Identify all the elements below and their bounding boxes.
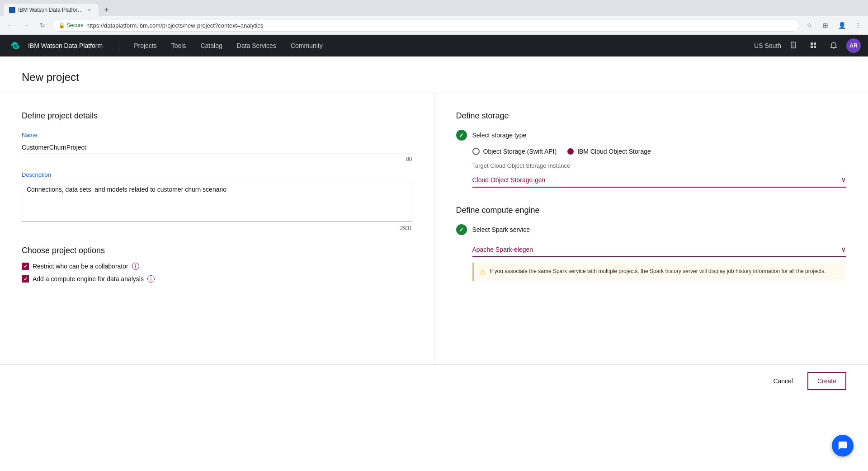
svg-rect-7 [814, 46, 816, 48]
browser-chrome: IBM Watson Data Platfor… × + ← → ↻ 🔒 Sec… [0, 0, 868, 35]
create-button[interactable]: Create [807, 372, 846, 390]
page-header: New project [0, 57, 868, 93]
spark-dropdown[interactable]: Apache Spark-elegen ∨ [472, 242, 847, 257]
svg-rect-5 [814, 42, 816, 45]
description-input[interactable]: Connections, data sets, and models relat… [22, 181, 412, 221]
spark-dropdown-value: Apache Spark-elegen [472, 246, 533, 253]
region-text: US South [754, 42, 781, 49]
project-options: Choose project options Restrict who can … [22, 246, 412, 283]
name-char-count: 80 [22, 156, 412, 162]
option1-row: Restrict who can be a collaborator i [22, 263, 412, 270]
spark-chevron: ∨ [841, 245, 846, 254]
nav-tools[interactable]: Tools [164, 35, 193, 57]
url-text: https://dataplatform.ibm.com/projects/ne… [86, 22, 263, 29]
options-title: Choose project options [22, 246, 412, 255]
navbar-right: US South AR [754, 38, 861, 53]
app-navbar: IBM Watson Data Platform Projects Tools … [0, 35, 868, 57]
lock-icon: 🔒 [58, 22, 65, 28]
restrict-collaborator-checkbox[interactable] [22, 263, 29, 270]
name-label: Name [22, 132, 412, 138]
storage-radio-row: Object Storage (Swift API) IBM Cloud Obj… [472, 148, 847, 155]
navbar-divider [119, 39, 119, 52]
ibm-logo-icon [7, 39, 24, 52]
warning-text: If you associate the same Spark service … [490, 267, 826, 276]
bookmark-button[interactable]: ☆ [803, 19, 816, 32]
back-button[interactable]: ← [4, 19, 16, 32]
target-instance-label: Target Cloud Object Storage Instance [472, 162, 847, 169]
warning-icon: ⚠ [479, 268, 486, 276]
docs-button[interactable] [787, 38, 801, 53]
option1-info-icon[interactable]: i [132, 263, 139, 270]
navbar-logo[interactable]: IBM Watson Data Platform [7, 39, 103, 52]
option2-label: Add a compute engine for data analysis [33, 275, 144, 283]
storage-instance-dropdown[interactable]: Cloud Object Storage-gen ∨ [472, 173, 847, 188]
swift-radio-option[interactable]: Object Storage (Swift API) [472, 148, 557, 155]
storage-section: Define storage Select storage type Objec… [456, 111, 847, 188]
secure-badge: 🔒 Secure [58, 22, 84, 28]
form-layout: Define project details Name 80 Descripti… [0, 93, 868, 364]
select-storage-label: Select storage type [472, 132, 527, 139]
spark-check [456, 224, 467, 235]
extensions-button[interactable]: ⊞ [819, 19, 832, 32]
select-spark-label: Select Spark service [472, 226, 530, 233]
tab-bar: IBM Watson Data Platfor… × + [0, 0, 868, 16]
nav-community[interactable]: Community [283, 35, 330, 57]
user-avatar[interactable]: AR [846, 38, 861, 53]
chat-fab-button[interactable] [832, 435, 854, 457]
compute-title: Define compute engine [456, 206, 847, 215]
address-bar: ← → ↻ 🔒 Secure https://dataplatform.ibm.… [0, 16, 868, 34]
tab-title: IBM Watson Data Platfor… [18, 7, 83, 13]
storage-title: Define storage [456, 111, 847, 121]
option1-label: Restrict who can be a collaborator [33, 263, 128, 270]
select-storage-type-row: Select storage type [456, 130, 847, 141]
nav-projects[interactable]: Projects [127, 35, 164, 57]
cos-radio-option[interactable]: IBM Cloud Object Storage [567, 148, 651, 155]
grid-icon [810, 42, 818, 50]
swift-radio[interactable] [472, 148, 480, 155]
url-bar[interactable]: 🔒 Secure https://dataplatform.ibm.com/pr… [52, 19, 799, 32]
chat-icon [838, 441, 848, 451]
nav-catalog[interactable]: Catalog [193, 35, 229, 57]
option2-info-icon[interactable]: i [147, 275, 155, 283]
define-details-title: Define project details [22, 111, 412, 121]
grid-button[interactable] [807, 38, 821, 53]
select-spark-row: Select Spark service [456, 224, 847, 235]
forward-button[interactable]: → [20, 19, 33, 32]
tab-favicon [9, 7, 15, 13]
tab-close-button[interactable]: × [86, 6, 93, 14]
notifications-button[interactable] [826, 38, 841, 53]
storage-instance-value: Cloud Object Storage-gen [472, 176, 546, 184]
menu-button[interactable]: ⋮ [852, 19, 864, 32]
add-compute-checkbox[interactable] [22, 275, 29, 283]
docs-icon [790, 42, 798, 50]
refresh-button[interactable]: ↻ [36, 19, 49, 32]
secure-label: Secure [66, 22, 84, 28]
nav-data-services[interactable]: Data Services [230, 35, 283, 57]
storage-type-check [456, 130, 467, 141]
svg-rect-6 [811, 46, 813, 48]
cos-label: IBM Cloud Object Storage [577, 148, 651, 155]
form-left: Define project details Name 80 Descripti… [0, 93, 434, 364]
cos-selected-dot [567, 148, 574, 155]
svg-rect-4 [811, 42, 813, 45]
page-footer: Cancel Create [0, 364, 868, 397]
option2-row: Add a compute engine for data analysis i [22, 275, 412, 283]
cos-dot-label [567, 148, 574, 155]
navbar-brand: IBM Watson Data Platform [28, 42, 103, 49]
name-field-group: Name 80 [22, 132, 412, 162]
description-field-group: Description Connections, data sets, and … [22, 171, 412, 231]
description-label: Description [22, 171, 412, 178]
spark-warning-box: ⚠ If you associate the same Spark servic… [472, 263, 847, 281]
page-title: New project [22, 71, 846, 84]
profile-button[interactable]: 👤 [835, 19, 848, 32]
cancel-button[interactable]: Cancel [764, 372, 802, 390]
page-content: New project Define project details Name … [0, 57, 868, 471]
bell-icon [830, 42, 838, 50]
new-tab-button[interactable]: + [100, 4, 113, 16]
form-right: Define storage Select storage type Objec… [434, 93, 868, 364]
swift-label: Object Storage (Swift API) [483, 148, 557, 155]
active-tab[interactable]: IBM Watson Data Platfor… × [4, 4, 99, 16]
name-input[interactable] [22, 141, 412, 154]
storage-instance-chevron: ∨ [841, 175, 846, 184]
navbar-nav: Projects Tools Catalog Data Services Com… [127, 35, 754, 57]
